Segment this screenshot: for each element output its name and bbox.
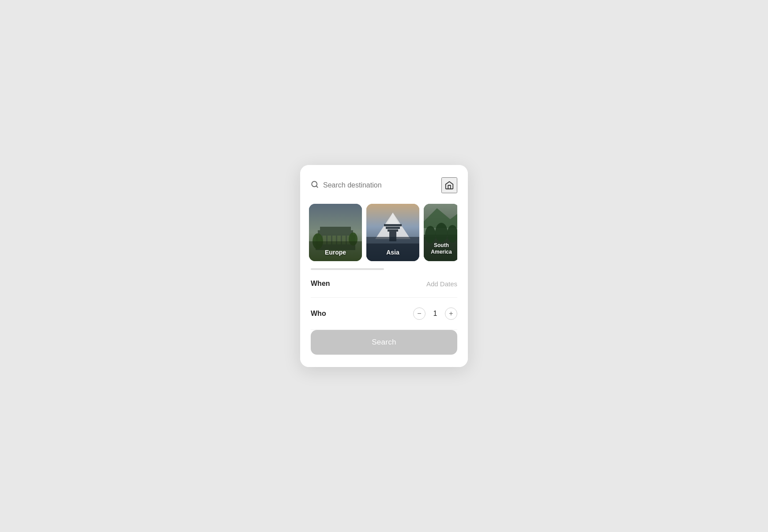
increment-button[interactable]: + bbox=[445, 307, 457, 320]
destinations-row: Europe bbox=[309, 204, 457, 261]
top-section: Europe bbox=[300, 165, 468, 270]
when-row: When Add Dates bbox=[311, 270, 457, 298]
svg-point-32 bbox=[435, 223, 448, 242]
decrement-button[interactable]: − bbox=[413, 307, 425, 320]
svg-rect-23 bbox=[384, 224, 402, 226]
destination-europe[interactable]: Europe bbox=[309, 204, 362, 261]
svg-rect-21 bbox=[388, 229, 398, 232]
search-icon bbox=[311, 180, 319, 191]
svg-point-33 bbox=[447, 225, 457, 243]
main-card: Europe bbox=[300, 165, 468, 367]
destination-asia[interactable]: Asia bbox=[366, 204, 419, 261]
search-button[interactable]: Search bbox=[311, 330, 457, 355]
add-dates-button[interactable]: Add Dates bbox=[426, 280, 457, 288]
svg-line-1 bbox=[316, 186, 317, 187]
bottom-section: When Add Dates Who − 1 + Search bbox=[300, 270, 468, 367]
search-bar bbox=[311, 177, 457, 193]
europe-label: Europe bbox=[309, 249, 362, 256]
south-america-label: South America bbox=[424, 242, 457, 256]
home-button[interactable] bbox=[441, 177, 457, 193]
svg-point-31 bbox=[425, 226, 436, 244]
search-input-wrapper bbox=[311, 180, 441, 191]
svg-rect-5 bbox=[320, 227, 351, 232]
counter-wrapper: − 1 + bbox=[413, 307, 457, 320]
destination-south-america[interactable]: South America bbox=[424, 204, 457, 261]
svg-rect-20 bbox=[389, 230, 396, 241]
who-label: Who bbox=[311, 310, 326, 318]
counter-value: 1 bbox=[432, 310, 439, 318]
when-label: When bbox=[311, 280, 330, 288]
asia-label: Asia bbox=[366, 249, 419, 256]
who-row: Who − 1 + bbox=[311, 298, 457, 330]
search-input[interactable] bbox=[323, 181, 441, 189]
